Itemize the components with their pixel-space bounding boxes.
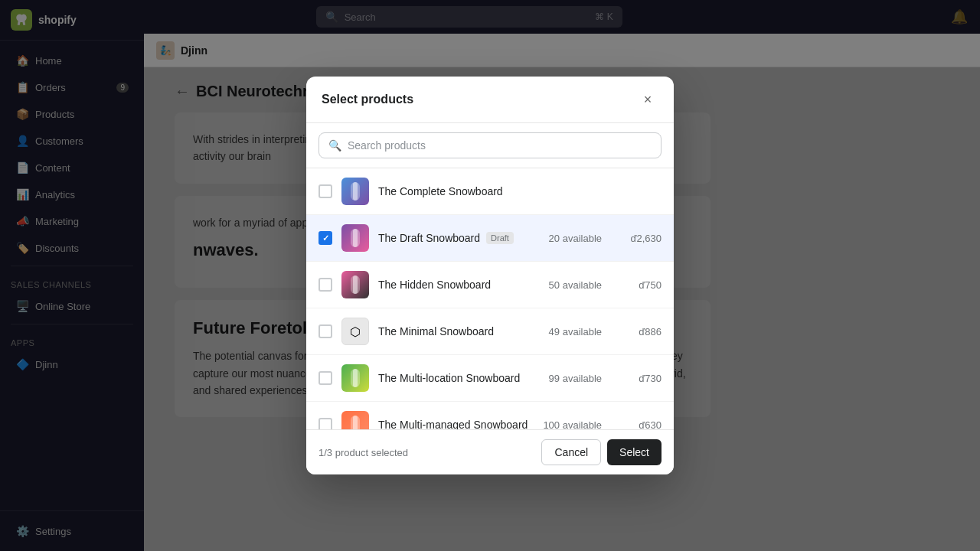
product-price-hidden: ď750 (623, 279, 662, 291)
modal-search: 🔍 (306, 123, 674, 168)
product-info-multi-mgd: The Multi-managed Snowboard (378, 419, 534, 429)
product-price-minimal: ď886 (623, 326, 662, 337)
product-checkbox-complete[interactable] (318, 184, 332, 198)
product-info-draft: The Draft Snowboard Draft (378, 232, 540, 244)
select-products-modal: Select products × 🔍 (306, 77, 674, 474)
product-name-multi-mgd: The Multi-managed Snowboard (378, 419, 534, 429)
product-search-input[interactable] (348, 139, 652, 152)
product-checkbox-multi-mgd[interactable] (318, 418, 332, 429)
product-availability-multi-mgd: 100 available (543, 419, 602, 430)
product-list: The Complete Snowboard The Draft Snowboa… (306, 168, 674, 429)
product-item-minimal-snowboard[interactable]: ⬡ The Minimal Snowboard 49 available ď88… (306, 308, 674, 355)
product-availability-multi-loc: 99 available (549, 373, 602, 384)
product-info-complete: The Complete Snowboard (378, 185, 662, 197)
draft-badge: Draft (486, 232, 514, 244)
svg-rect-7 (353, 369, 358, 387)
product-item-hidden-snowboard[interactable]: The Hidden Snowboard 50 available ď750 (306, 262, 674, 308)
product-item-multi-managed-snowboard[interactable]: The Multi-managed Snowboard 100 availabl… (306, 402, 674, 429)
product-price-multi-mgd: ď630 (623, 419, 662, 430)
product-checkbox-hidden[interactable] (318, 278, 332, 292)
footer-buttons: Cancel Select (541, 439, 662, 465)
product-checkbox-draft[interactable] (318, 231, 332, 245)
product-availability-hidden: 50 available (549, 279, 602, 291)
product-checkbox-multi-loc[interactable] (318, 371, 332, 385)
product-name-multi-loc: The Multi-location Snowboard (378, 372, 540, 384)
modal-header: Select products × (306, 77, 674, 123)
product-thumb-multi-mgd (341, 411, 369, 429)
product-thumb-draft (341, 224, 369, 252)
modal-close-button[interactable]: × (637, 89, 658, 110)
main-content: 🔍 ⌘ K 🔔 🧞 Djinn ← BCI Neurotechnology is… (144, 0, 980, 551)
product-checkbox-minimal[interactable] (318, 324, 332, 338)
product-availability-minimal: 49 available (549, 326, 602, 337)
modal-footer: 1/3 product selected Cancel Select (306, 429, 674, 474)
modal-title: Select products (322, 93, 413, 106)
product-thumb-multi-loc (341, 364, 369, 392)
product-info-hidden: The Hidden Snowboard (378, 279, 540, 291)
product-item-draft-snowboard[interactable]: The Draft Snowboard Draft 20 available ď… (306, 215, 674, 262)
product-name-draft: The Draft Snowboard Draft (378, 232, 540, 244)
minimal-thumb-icon: ⬡ (350, 324, 361, 339)
select-button[interactable]: Select (607, 439, 662, 465)
product-thumb-complete (341, 178, 369, 205)
svg-rect-3 (353, 229, 358, 247)
svg-rect-5 (353, 276, 358, 294)
svg-rect-9 (353, 416, 358, 429)
product-search-wrapper[interactable]: 🔍 (318, 132, 662, 158)
product-name-minimal: The Minimal Snowboard (378, 325, 540, 337)
product-name-complete: The Complete Snowboard (378, 185, 662, 197)
product-item-multi-location-snowboard[interactable]: The Multi-location Snowboard 99 availabl… (306, 355, 674, 402)
product-thumb-minimal: ⬡ (341, 318, 369, 345)
product-thumb-hidden (341, 271, 369, 298)
product-item-complete-snowboard[interactable]: The Complete Snowboard (306, 168, 674, 215)
modal-overlay: Select products × 🔍 (144, 0, 980, 551)
product-search-icon: 🔍 (328, 139, 341, 152)
product-info-minimal: The Minimal Snowboard (378, 325, 540, 337)
product-price-draft: ď2,630 (623, 233, 662, 244)
selection-count: 1/3 product selected (318, 447, 408, 458)
product-info-multi-loc: The Multi-location Snowboard (378, 372, 540, 384)
cancel-button[interactable]: Cancel (541, 439, 601, 465)
product-name-hidden: The Hidden Snowboard (378, 279, 540, 291)
product-availability-draft: 20 available (549, 233, 602, 244)
product-price-multi-loc: ď730 (623, 373, 662, 384)
svg-rect-1 (353, 182, 358, 201)
